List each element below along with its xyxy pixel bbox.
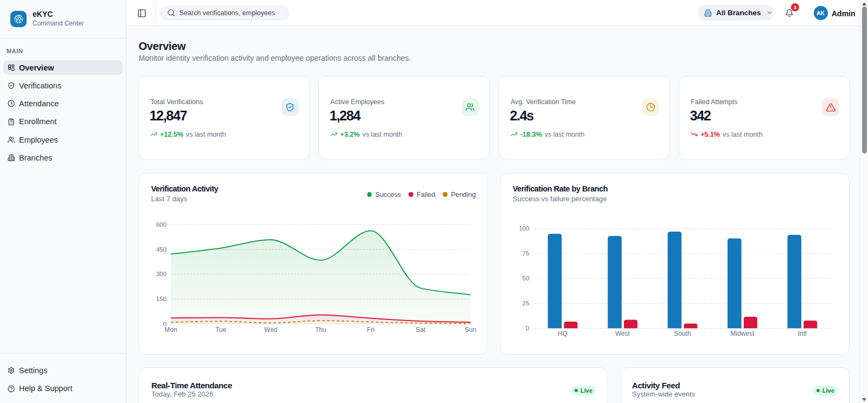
svg-text:100: 100 <box>519 225 529 232</box>
svg-text:Sun: Sun <box>465 325 476 333</box>
svg-text:Intl: Intl <box>797 329 806 337</box>
svg-text:Sat: Sat <box>416 325 426 333</box>
svg-text:HQ: HQ <box>558 329 567 337</box>
svg-text:Fri: Fri <box>367 325 374 333</box>
svg-text:600: 600 <box>156 221 167 227</box>
svg-text:Mon: Mon <box>164 325 177 333</box>
svg-text:0: 0 <box>526 325 529 331</box>
svg-text:Midwest: Midwest <box>730 329 755 337</box>
svg-text:Thu: Thu <box>315 325 327 333</box>
svg-text:150: 150 <box>156 296 167 302</box>
svg-text:75: 75 <box>522 250 529 257</box>
svg-text:450: 450 <box>156 246 167 252</box>
svg-text:25: 25 <box>522 300 529 306</box>
svg-text:Tue: Tue <box>215 325 227 333</box>
svg-text:Wed: Wed <box>264 325 277 333</box>
svg-text:50: 50 <box>522 275 529 282</box>
svg-text:West: West <box>615 329 630 337</box>
svg-text:300: 300 <box>156 271 167 277</box>
svg-text:South: South <box>674 329 691 337</box>
